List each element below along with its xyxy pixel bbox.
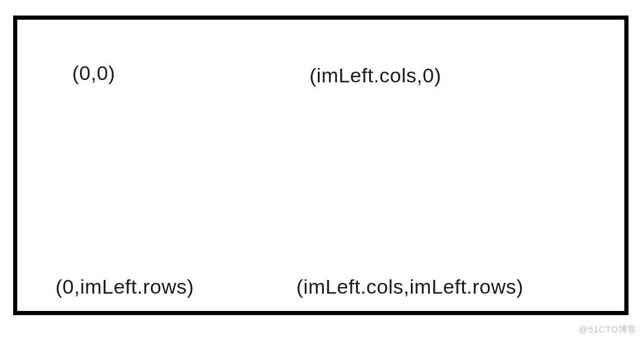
corner-top-right-label: (imLeft.cols,0) <box>309 64 441 87</box>
coordinate-frame: (0,0) (imLeft.cols,0) (0,imLeft.rows) (i… <box>13 16 628 315</box>
corner-bottom-left-label: (0,imLeft.rows) <box>55 275 194 298</box>
corner-top-left-label: (0,0) <box>72 61 115 85</box>
corner-bottom-right-label: (imLeft.cols,imLeft.rows) <box>296 275 524 298</box>
watermark-text: @51CTO博客 <box>579 324 637 335</box>
